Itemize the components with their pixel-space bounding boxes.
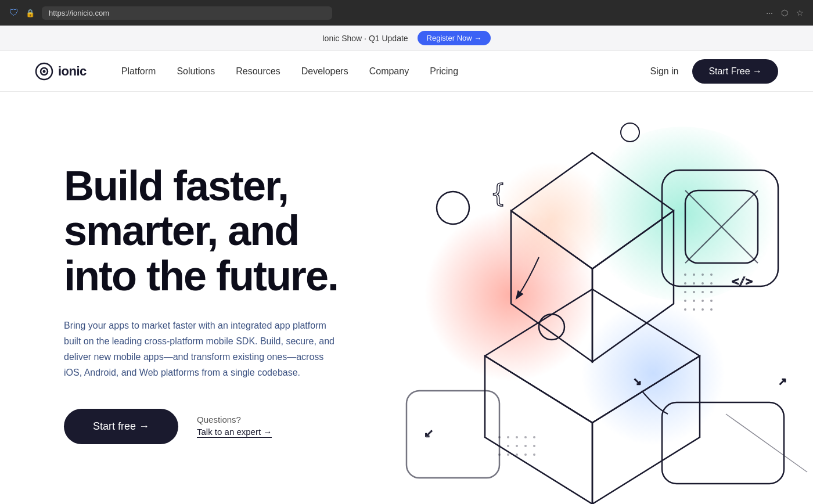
svg-point-31 — [702, 300, 704, 302]
svg-point-47 — [498, 453, 501, 456]
browser-actions: ··· ⬡ ☆ — [766, 8, 804, 17]
svg-point-38 — [507, 436, 509, 438]
nav-company[interactable]: Company — [369, 66, 409, 76]
svg-point-40 — [524, 436, 527, 438]
logo-text: ionic — [58, 64, 87, 79]
hero-illustration: { </> ↙ ↘ ↗ — [377, 92, 813, 504]
svg-point-18 — [693, 273, 695, 276]
svg-point-30 — [693, 300, 695, 302]
svg-point-39 — [516, 436, 518, 438]
svg-point-49 — [516, 453, 518, 456]
hero-title: Build faster, smarter, and into the futu… — [64, 164, 343, 299]
nav-start-free-button[interactable]: Start Free → — [692, 59, 778, 84]
svg-text:↙: ↙ — [424, 427, 434, 440]
nav-pricing[interactable]: Pricing — [430, 66, 458, 76]
svg-point-23 — [702, 282, 704, 285]
svg-point-36 — [710, 308, 713, 311]
questions-label: Questions? — [197, 415, 272, 424]
svg-point-28 — [710, 291, 713, 293]
svg-point-4 — [621, 123, 639, 142]
navbar: ionic Platform Solutions Resources Devel… — [0, 51, 813, 92]
svg-line-52 — [726, 414, 807, 472]
nav-solutions[interactable]: Solutions — [177, 66, 215, 76]
hero-cta: Start free → Questions? Talk to an exper… — [64, 409, 343, 444]
browser-dots[interactable]: ··· — [766, 8, 773, 17]
hero-section: Build faster, smarter, and into the futu… — [0, 92, 813, 504]
browser-star-icon[interactable]: ☆ — [796, 8, 804, 17]
browser-lock-icon: 🔒 — [26, 9, 35, 17]
announcement-bar: Ionic Show · Q1 Update Register Now → — [0, 26, 813, 51]
svg-point-26 — [693, 291, 695, 293]
svg-rect-15 — [662, 402, 784, 484]
svg-point-20 — [710, 273, 713, 276]
nav-platform[interactable]: Platform — [121, 66, 156, 76]
logo-icon — [35, 62, 53, 81]
svg-point-19 — [702, 273, 704, 276]
sign-in-link[interactable]: Sign in — [650, 66, 679, 77]
svg-point-34 — [693, 308, 695, 311]
announcement-text: Ionic Show · Q1 Update — [322, 34, 408, 43]
hero-questions: Questions? Talk to an expert → — [197, 415, 272, 438]
svg-point-41 — [533, 436, 535, 438]
svg-text:↘: ↘ — [633, 376, 642, 387]
svg-point-29 — [684, 300, 686, 302]
browser-url-bar[interactable]: https://ionicio.com — [42, 6, 332, 20]
svg-point-17 — [684, 273, 686, 276]
svg-point-46 — [533, 445, 535, 447]
hero-subtitle: Bring your apps to market faster with an… — [64, 318, 343, 381]
browser-shield-icon: 🛡 — [9, 8, 19, 18]
svg-point-51 — [533, 453, 535, 456]
nav-links: Platform Solutions Resources Developers … — [121, 66, 650, 77]
svg-point-48 — [507, 453, 509, 456]
hero-start-free-button[interactable]: Start free → — [64, 409, 178, 444]
svg-point-27 — [702, 291, 704, 293]
hero-left: Build faster, smarter, and into the futu… — [0, 92, 377, 504]
svg-point-24 — [710, 282, 713, 285]
nav-resources[interactable]: Resources — [236, 66, 280, 76]
svg-point-21 — [684, 282, 686, 285]
svg-point-25 — [684, 291, 686, 293]
svg-point-32 — [710, 300, 713, 302]
browser-chrome: 🛡 🔒 https://ionicio.com ··· ⬡ ☆ — [0, 0, 813, 26]
svg-point-22 — [693, 282, 695, 285]
svg-point-43 — [507, 445, 509, 447]
svg-point-3 — [437, 192, 469, 224]
nav-right: Sign in Start Free → — [650, 59, 779, 84]
logo-link[interactable]: ionic — [35, 62, 87, 81]
nav-developers[interactable]: Developers — [301, 66, 348, 76]
svg-point-45 — [524, 445, 527, 447]
svg-point-37 — [498, 436, 501, 438]
svg-point-2 — [43, 70, 46, 73]
svg-point-50 — [524, 453, 527, 456]
svg-point-42 — [498, 445, 501, 447]
browser-bookmark-icon[interactable]: ⬡ — [781, 8, 788, 17]
register-now-button[interactable]: Register Now → — [418, 31, 491, 45]
hero-right: { </> ↙ ↘ ↗ — [377, 92, 813, 504]
svg-point-33 — [684, 308, 686, 311]
talk-to-expert-link[interactable]: Talk to an expert → — [197, 427, 272, 438]
svg-point-44 — [516, 445, 518, 447]
svg-text:↗: ↗ — [778, 376, 787, 387]
svg-text:{: { — [491, 179, 505, 208]
svg-point-35 — [702, 308, 704, 311]
